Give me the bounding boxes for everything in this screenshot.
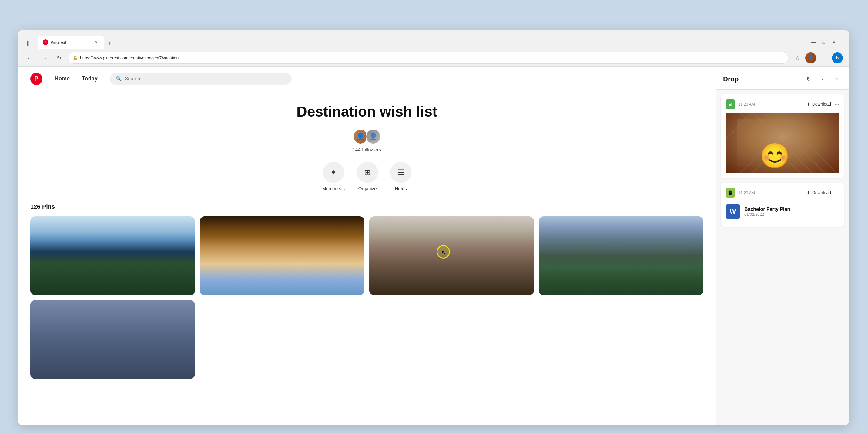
drop-file-timestamp: 11:20 AM	[738, 191, 755, 195]
drop-header: Drop ↻ ··· ×	[716, 67, 849, 89]
drop-header-actions: ↻ ··· ×	[803, 74, 842, 84]
drop-panel-title: Drop	[723, 75, 803, 83]
drop-refresh-button[interactable]: ↻	[803, 74, 814, 84]
favorites-icon[interactable]: ☆	[792, 53, 803, 63]
pin-image-1	[30, 216, 195, 295]
address-bar[interactable]: 🔒	[68, 52, 788, 64]
pins-count: 126 Pins	[30, 203, 703, 210]
drop-panel: Drop ↻ ··· × 🖥 11:20 AM	[715, 67, 849, 425]
drop-item-photo-header: 🖥 11:20 AM ⬇ Download ···	[725, 99, 839, 109]
svg-rect-1	[27, 41, 29, 46]
board-actions: ✦ More ideas ⊞ Organize ☰ N	[30, 162, 703, 191]
pin-card-3[interactable]: ↖	[369, 216, 534, 295]
pins-grid: ↖	[30, 216, 703, 379]
followers-count: 144 followers	[352, 147, 381, 153]
file-date: 01/02/2022	[744, 212, 839, 216]
download-file-button[interactable]: ⬇ Download	[807, 190, 831, 195]
more-ideas-button[interactable]: ✦ More ideas	[322, 162, 345, 191]
drop-item-photo-actions: ⬇ Download ···	[807, 101, 839, 108]
window-controls: — □ ×	[809, 38, 838, 46]
nav-home[interactable]: Home	[55, 76, 70, 82]
pinterest-search[interactable]: 🔍	[110, 73, 292, 85]
pin-image-3	[369, 216, 534, 295]
word-doc-icon: W	[725, 204, 740, 219]
maximize-button[interactable]: □	[820, 38, 828, 46]
pin-card-1[interactable]	[30, 216, 195, 295]
more-button[interactable]: ···	[818, 53, 830, 63]
drop-item-file-meta: 11:20 AM ⬇ Download ···	[738, 190, 839, 196]
follower-avatar-2[interactable]: 👤	[366, 129, 381, 144]
drop-item-file-header: 📱 11:20 AM ⬇ Download ···	[725, 188, 839, 198]
drop-item-photo-meta: 11:20 AM ⬇ Download ···	[738, 101, 839, 108]
board-content: Destination wish list 👤 👤 144 followers	[18, 91, 715, 425]
browser-actions: ☆ 👤 ··· b	[792, 53, 843, 63]
browser-toolbar: ← → ↻ 🔒 ☆ 👤 ··· b	[18, 50, 849, 66]
browser-window: P Pinterest × + — □ × ← → ↻ 🔒	[18, 30, 849, 425]
refresh-button[interactable]: ↻	[53, 53, 64, 63]
url-input[interactable]	[80, 56, 784, 60]
svg-line-6	[725, 113, 752, 173]
browser-content: P Home Today 🔍 Destination wish list 👤	[18, 67, 849, 425]
notes-button[interactable]: ☰ Notes	[390, 162, 411, 191]
download-icon: ⬇	[807, 102, 810, 107]
browser-tab[interactable]: P Pinterest ×	[38, 35, 104, 49]
nav-today[interactable]: Today	[82, 76, 98, 82]
file-item-more-button[interactable]: ···	[835, 190, 839, 196]
organize-button[interactable]: ⊞ Organize	[357, 162, 378, 191]
drop-item-file-actions: ⬇ Download ···	[807, 190, 839, 196]
pinterest-logo[interactable]: P	[30, 73, 42, 85]
more-ideas-label: More ideas	[322, 186, 345, 191]
sidebar-toggle-icon[interactable]	[24, 38, 35, 49]
pinterest-main: P Home Today 🔍 Destination wish list 👤	[18, 67, 715, 425]
search-icon: 🔍	[116, 76, 122, 82]
pin-image-5	[30, 300, 195, 379]
pinterest-nav: P Home Today 🔍	[18, 67, 715, 91]
forward-button[interactable]: →	[39, 53, 50, 63]
browser-titlebar: P Pinterest × + — □ ×	[18, 30, 849, 50]
search-input[interactable]	[125, 76, 286, 82]
drop-item-file: 📱 11:20 AM ⬇ Download ···	[721, 183, 844, 227]
new-tab-button[interactable]: +	[104, 38, 115, 49]
drop-device-mobile-icon: 📱	[725, 188, 735, 198]
bing-button[interactable]: b	[832, 53, 843, 63]
drop-photo[interactable]: 😊	[725, 113, 839, 173]
pin-image-2	[200, 216, 365, 295]
pin-card-5[interactable]	[30, 300, 195, 379]
drop-device-desktop-icon: 🖥	[725, 99, 735, 109]
drop-file-preview[interactable]: W Bachelor Party Plan 01/02/2022	[725, 201, 839, 222]
download-photo-button[interactable]: ⬇ Download	[807, 102, 831, 107]
close-window-button[interactable]: ×	[830, 38, 838, 46]
file-name: Bachelor Party Plan	[744, 207, 839, 212]
organize-icon: ⊞	[357, 162, 378, 183]
back-button[interactable]: ←	[24, 53, 35, 63]
download-file-icon: ⬇	[807, 190, 810, 195]
security-lock-icon: 🔒	[72, 56, 78, 60]
tab-close-button[interactable]: ×	[93, 39, 99, 45]
pin-card-2[interactable]	[200, 216, 365, 295]
browser-chrome: P Pinterest × + — □ × ← → ↻ 🔒	[18, 30, 849, 67]
drop-content: 🖥 11:20 AM ⬇ Download ···	[716, 89, 849, 425]
board-followers: 👤 👤 144 followers	[30, 129, 703, 153]
person-photo-image: 😊	[725, 113, 839, 173]
pin-card-4[interactable]	[539, 216, 703, 295]
pin-image-4	[539, 216, 703, 295]
drop-more-button[interactable]: ···	[817, 74, 828, 84]
drop-close-button[interactable]: ×	[831, 74, 842, 84]
board-title: Destination wish list	[30, 103, 703, 120]
file-info: Bachelor Party Plan 01/02/2022	[744, 207, 839, 216]
photo-item-more-button[interactable]: ···	[835, 101, 839, 108]
minimize-button[interactable]: —	[809, 38, 817, 46]
profile-avatar[interactable]: 👤	[805, 53, 816, 63]
drop-photo-timestamp: 11:20 AM	[738, 102, 755, 107]
tab-title: Pinterest	[51, 40, 91, 45]
tab-favicon: P	[43, 39, 48, 45]
more-ideas-icon: ✦	[323, 162, 344, 183]
notes-label: Notes	[395, 186, 407, 191]
drop-item-photo: 🖥 11:20 AM ⬇ Download ···	[721, 94, 844, 178]
notes-icon: ☰	[390, 162, 411, 183]
organize-label: Organize	[359, 186, 377, 191]
